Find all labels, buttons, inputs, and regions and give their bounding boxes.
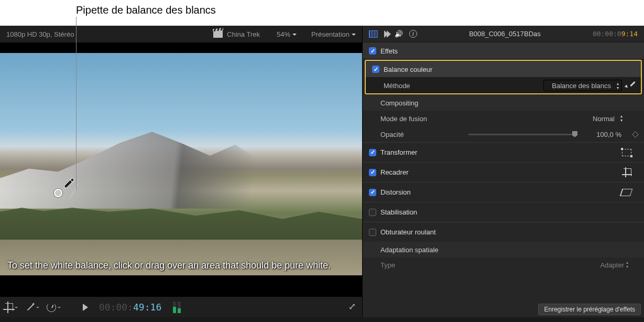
viewer-bottom-toolbar: 00:00:49:16 — [0, 296, 362, 317]
crop-checkbox[interactable] — [369, 169, 376, 176]
blend-mode-value: Normal — [593, 115, 615, 123]
wand-icon — [25, 303, 35, 312]
transform-checkbox[interactable] — [369, 149, 376, 156]
clapperboard-icon — [213, 30, 223, 38]
distort-label: Distorsion — [380, 188, 411, 196]
info-tab-icon[interactable]: i — [409, 30, 417, 38]
color-balance-label: Balance couleur — [384, 66, 432, 73]
distort-checkbox[interactable] — [369, 189, 376, 196]
chevron-down-icon — [36, 303, 39, 311]
crop-label: Recadrer — [380, 168, 408, 176]
enhance-tool-button[interactable] — [25, 303, 39, 312]
zoom-value: 54% — [277, 30, 290, 38]
zoom-popup[interactable]: 54% — [277, 30, 297, 38]
inspector-tabs: i B008_C006_0517BDas 00:00:09:14 — [363, 26, 644, 42]
clip-name-label: B008_C006_0517BDas — [423, 30, 586, 38]
chevron-down-icon — [15, 303, 18, 311]
crop-icon[interactable] — [624, 168, 631, 176]
updown-icon — [626, 261, 628, 269]
opacity-slider[interactable] — [468, 134, 577, 135]
view-menu-label: Présentation — [311, 30, 350, 38]
method-row: Méthode Balance des blancs — [366, 78, 641, 93]
format-label: 1080p HD 30p, Stéréo — [6, 30, 74, 38]
eyedropper-instructions: To set the white balance, click or drag … — [7, 259, 355, 272]
updown-icon — [620, 114, 623, 123]
viewer-pane: 1080p HD 30p, Stéréo China Trek 54% Prés… — [0, 26, 363, 317]
blend-mode-label: Mode de fusion — [380, 115, 459, 123]
stabilization-checkbox[interactable] — [369, 209, 376, 216]
color-balance-header[interactable]: Balance couleur — [366, 61, 641, 78]
speedometer-icon — [47, 303, 56, 312]
clip-timecode: 00:00:09:14 — [593, 30, 638, 38]
distort-icon[interactable] — [620, 189, 633, 196]
stabilization-section[interactable]: Stabilisation — [363, 202, 644, 222]
save-effects-preset-button[interactable]: Enregistrer le préréglage d'effets — [538, 304, 641, 315]
blend-mode-popup[interactable]: Normal — [573, 113, 625, 124]
distort-section[interactable]: Distorsion — [363, 182, 644, 202]
crop-tool-button[interactable] — [5, 303, 18, 311]
viewer-canvas[interactable]: To set the white balance, click or drag … — [0, 42, 362, 296]
video-tab-icon[interactable] — [369, 30, 378, 38]
slider-thumb[interactable] — [572, 131, 577, 137]
effects-header[interactable]: Effets — [363, 42, 644, 59]
rolling-shutter-label: Obturateur roulant — [380, 228, 436, 236]
chevron-down-icon — [58, 303, 61, 311]
audio-meters — [173, 302, 181, 313]
preview-image — [0, 53, 362, 275]
fullscreen-button[interactable] — [348, 303, 357, 312]
opacity-value[interactable]: 100,0 % — [587, 131, 624, 138]
inspector-pane: i B008_C006_0517BDas 00:00:09:14 Effets … — [363, 26, 644, 317]
keyframe-button[interactable] — [632, 131, 639, 138]
method-popup[interactable]: Balance des blancs — [543, 80, 622, 91]
spatial-type-row: Type Adapter — [363, 257, 644, 272]
callout-leader-line — [76, 17, 77, 190]
eyedropper-cursor-icon — [60, 177, 75, 192]
spatial-type-value[interactable]: Adapter — [600, 261, 624, 269]
rolling-shutter-section[interactable]: Obturateur roulant — [363, 222, 644, 242]
opacity-row: Opacité 100,0 % — [363, 126, 644, 142]
eyedropper-icon[interactable] — [625, 81, 635, 90]
blend-mode-row: Mode de fusion Normal — [363, 111, 644, 126]
crop-section[interactable]: Recadrer — [363, 162, 644, 182]
method-label: Méthode — [384, 82, 462, 90]
method-value: Balance des blancs — [552, 82, 611, 90]
timecode-display[interactable]: 00:00:49:16 — [99, 302, 161, 313]
timecode-bright: 49:16 — [133, 302, 161, 313]
project-name: China Trek — [227, 30, 260, 38]
play-button[interactable] — [83, 304, 92, 311]
geometry-tab-icon[interactable] — [384, 30, 388, 38]
spatial-type-label: Type — [380, 261, 459, 269]
rolling-shutter-checkbox[interactable] — [369, 229, 376, 236]
view-popup[interactable]: Présentation — [311, 30, 356, 38]
crop-icon — [5, 303, 13, 311]
stabilization-label: Stabilisation — [380, 208, 417, 216]
effects-checkbox[interactable] — [369, 47, 376, 55]
color-balance-checkbox[interactable] — [372, 66, 379, 73]
callout-label: Pipette de balance des blancs — [76, 4, 216, 16]
retime-tool-button[interactable] — [47, 303, 61, 312]
color-balance-highlight: Balance couleur Méthode Balance des blan… — [365, 60, 642, 94]
transform-icon[interactable] — [622, 149, 631, 156]
opacity-label: Opacité — [380, 131, 459, 138]
effects-label: Effets — [380, 47, 398, 55]
viewer-toolbar: 1080p HD 30p, Stéréo China Trek 54% Prés… — [0, 26, 362, 42]
chevron-down-icon — [292, 30, 297, 38]
timecode-dim: 00:00: — [99, 302, 133, 313]
transform-label: Transformer — [380, 148, 417, 156]
chevron-down-icon — [352, 30, 356, 38]
compositing-header: Compositing — [363, 95, 644, 111]
audio-tab-icon[interactable] — [395, 30, 403, 38]
updown-icon — [617, 82, 619, 90]
spatial-header: Adaptation spatiale — [363, 242, 644, 257]
transform-section[interactable]: Transformer — [363, 142, 644, 162]
